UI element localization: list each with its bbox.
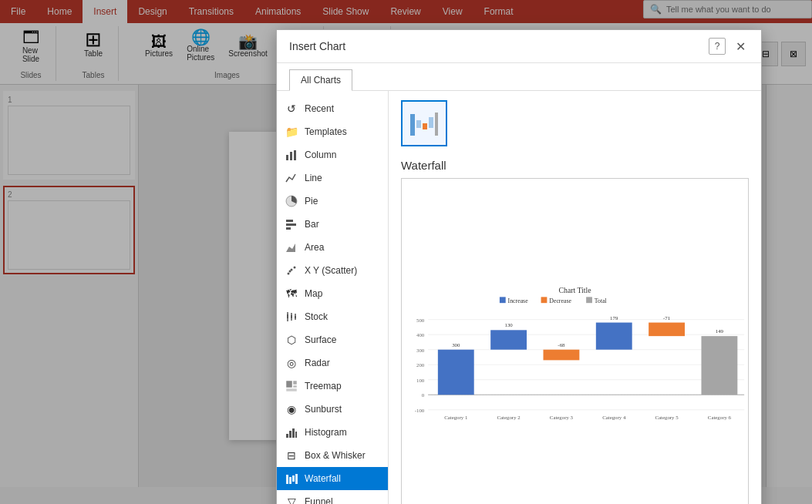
svg-rect-0 bbox=[286, 155, 288, 160]
svg-text:Category 6: Category 6 bbox=[708, 415, 732, 420]
radar-icon: ◎ bbox=[285, 356, 298, 370]
svg-text:200: 200 bbox=[416, 362, 425, 368]
svg-rect-70 bbox=[649, 323, 685, 337]
svg-rect-1 bbox=[290, 152, 292, 160]
svg-rect-4 bbox=[286, 220, 293, 222]
chart-type-pie[interactable]: Pie bbox=[277, 190, 388, 213]
svg-rect-26 bbox=[286, 475, 288, 484]
svg-rect-37 bbox=[500, 297, 506, 303]
chart-type-bar[interactable]: Bar bbox=[277, 213, 388, 236]
svg-point-8 bbox=[288, 273, 290, 275]
insert-chart-dialog: Insert Chart ? ✕ All Charts ↺ Recent 📁 T… bbox=[276, 29, 762, 504]
svg-text:100: 100 bbox=[416, 378, 425, 383]
svg-rect-15 bbox=[291, 315, 292, 318]
chart-type-scatter[interactable]: X Y (Scatter) bbox=[277, 259, 388, 282]
chart-type-treemap-label: Treemap bbox=[305, 381, 342, 391]
chart-type-boxwhisker[interactable]: ⊟ Box & Whisker bbox=[277, 444, 388, 467]
waterfall-chart-svg: Chart Title Increase Decrease Total 500 … bbox=[402, 179, 748, 504]
chart-thumbnails bbox=[401, 100, 749, 146]
svg-rect-13 bbox=[287, 314, 288, 318]
svg-rect-23 bbox=[289, 431, 291, 438]
scatter-icon bbox=[285, 264, 298, 277]
chart-type-surface[interactable]: ⬡ Surface bbox=[277, 328, 388, 351]
chart-type-histogram[interactable]: Histogram bbox=[277, 421, 388, 444]
map-icon: 🗺 bbox=[285, 287, 298, 301]
svg-text:Chart Title: Chart Title bbox=[559, 286, 591, 294]
svg-point-11 bbox=[289, 270, 291, 273]
svg-rect-25 bbox=[295, 432, 297, 438]
svg-rect-28 bbox=[292, 475, 295, 482]
chart-type-funnel[interactable]: ▽ Funnel bbox=[277, 490, 388, 504]
svg-text:130: 130 bbox=[504, 322, 513, 328]
chart-type-pie-label: Pie bbox=[305, 196, 318, 207]
svg-text:Category 3: Category 3 bbox=[550, 415, 574, 420]
svg-rect-2 bbox=[294, 150, 296, 160]
bar-icon bbox=[285, 217, 298, 231]
chart-type-waterfall-label: Waterfall bbox=[305, 473, 341, 484]
dialog-tabs: All Charts bbox=[277, 63, 761, 91]
chart-type-scatter-label: X Y (Scatter) bbox=[305, 265, 357, 276]
tab-all-charts[interactable]: All Charts bbox=[289, 69, 352, 91]
dialog-help-button[interactable]: ? bbox=[709, 38, 726, 55]
chart-type-recent-label: Recent bbox=[305, 103, 334, 114]
sunburst-icon: ◉ bbox=[285, 402, 298, 416]
svg-rect-6 bbox=[286, 227, 291, 230]
svg-rect-17 bbox=[295, 316, 296, 318]
dialog-close-button[interactable]: ✕ bbox=[732, 38, 749, 55]
svg-text:Total: Total bbox=[595, 297, 608, 304]
chart-type-surface-label: Surface bbox=[305, 334, 336, 345]
chart-type-histogram-label: Histogram bbox=[305, 427, 347, 438]
chart-type-area[interactable]: Area bbox=[277, 236, 388, 259]
chart-type-recent[interactable]: ↺ Recent bbox=[277, 97, 388, 120]
svg-rect-18 bbox=[286, 381, 292, 388]
chart-type-list: ↺ Recent 📁 Templates Column bbox=[277, 91, 389, 504]
svg-rect-64 bbox=[544, 350, 580, 361]
svg-text:Category 4: Category 4 bbox=[602, 415, 626, 420]
line-icon bbox=[285, 171, 298, 185]
chart-type-templates[interactable]: 📁 Templates bbox=[277, 120, 388, 143]
svg-rect-31 bbox=[416, 120, 421, 128]
chart-type-stock[interactable]: Stock bbox=[277, 305, 388, 328]
waterfall-icon bbox=[285, 472, 298, 486]
templates-icon: 📁 bbox=[285, 125, 298, 139]
svg-rect-29 bbox=[295, 474, 298, 484]
svg-rect-32 bbox=[423, 123, 427, 129]
svg-text:-100: -100 bbox=[415, 408, 425, 413]
chart-type-radar-label: Radar bbox=[305, 358, 330, 368]
chart-type-map[interactable]: 🗺 Map bbox=[277, 282, 388, 305]
surface-icon: ⬡ bbox=[285, 333, 298, 347]
dialog-overlay: Insert Chart ? ✕ All Charts ↺ Recent 📁 T… bbox=[0, 0, 812, 504]
chart-type-line[interactable]: Line bbox=[277, 166, 388, 190]
chart-type-sunburst[interactable]: ◉ Sunburst bbox=[277, 398, 388, 421]
chart-type-radar[interactable]: ◎ Radar bbox=[277, 351, 388, 375]
chart-type-treemap[interactable]: Treemap bbox=[277, 375, 388, 398]
chart-type-templates-label: Templates bbox=[305, 126, 347, 137]
svg-text:179: 179 bbox=[610, 315, 618, 321]
svg-text:Category 2: Category 2 bbox=[497, 415, 521, 420]
boxwhisker-icon: ⊟ bbox=[285, 449, 298, 462]
chart-type-funnel-label: Funnel bbox=[305, 496, 333, 504]
svg-text:500: 500 bbox=[416, 318, 425, 323]
svg-rect-21 bbox=[286, 388, 297, 391]
svg-rect-73 bbox=[701, 336, 737, 395]
svg-rect-33 bbox=[429, 117, 433, 128]
chart-type-column[interactable]: Column bbox=[277, 143, 388, 166]
chart-type-line-label: Line bbox=[305, 173, 322, 183]
svg-rect-67 bbox=[596, 323, 632, 350]
svg-marker-7 bbox=[286, 244, 295, 252]
svg-text:300: 300 bbox=[452, 342, 460, 348]
svg-text:Increase: Increase bbox=[508, 297, 529, 304]
svg-rect-24 bbox=[292, 428, 295, 438]
chart-type-waterfall[interactable]: Waterfall bbox=[277, 467, 388, 490]
svg-text:-71: -71 bbox=[663, 315, 670, 321]
dialog-body: ↺ Recent 📁 Templates Column bbox=[277, 91, 761, 504]
svg-text:400: 400 bbox=[416, 332, 425, 338]
stock-icon bbox=[285, 310, 298, 324]
svg-rect-61 bbox=[490, 330, 527, 349]
svg-rect-22 bbox=[286, 434, 288, 438]
histogram-icon bbox=[285, 425, 298, 439]
area-icon bbox=[285, 240, 298, 254]
chart-thumbnail-1[interactable] bbox=[401, 100, 447, 146]
chart-type-bar-label: Bar bbox=[305, 219, 319, 230]
column-icon bbox=[285, 148, 298, 162]
